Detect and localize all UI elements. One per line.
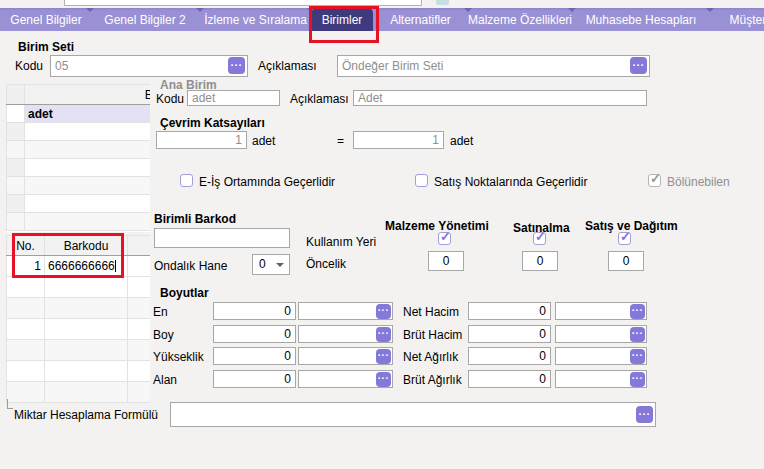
barcode-empty-row[interactable]: [7, 298, 151, 319]
brut-hacim-unit-lookup-button[interactable]: [630, 327, 645, 342]
barcode-panel: No. Barkodu 1 6666666666: [6, 235, 150, 403]
yukseklik-label: Yükseklik: [153, 350, 204, 364]
brut-agirlik-value-input[interactable]: [468, 370, 551, 388]
unit-list-empty-row[interactable]: [7, 159, 151, 177]
oncelik-satis-input[interactable]: [608, 251, 644, 271]
eis-checkbox[interactable]: [180, 174, 193, 187]
barcode-extra-header: [128, 236, 151, 256]
cevrim-right-input[interactable]: [353, 131, 444, 149]
unit-list-table: Birim adet: [6, 84, 150, 231]
oncelik-malzeme-input[interactable]: [428, 251, 464, 271]
alan-unit-lookup-button[interactable]: [376, 372, 391, 387]
text-caret: [115, 260, 116, 272]
cevrim-right-unit-label: adet: [450, 134, 473, 148]
birim-seti-kodu-label: Kodu: [15, 59, 43, 73]
barcode-barkodu-header: Barkodu: [45, 236, 128, 256]
unit-list-empty-row[interactable]: [7, 213, 151, 231]
unit-list-empty-row[interactable]: [7, 123, 151, 141]
en-label: En: [153, 305, 168, 319]
barcode-row-1-no[interactable]: 1: [7, 256, 45, 277]
unit-list-empty-row[interactable]: [7, 195, 151, 213]
birim-seti-kodu-lookup-button[interactable]: [228, 57, 245, 74]
satis-noktalari-label: Satış Noktalarında Geçerlidir: [434, 175, 587, 189]
tab-bar: Genel Bilgiler Genel Bilgiler 2 İzleme v…: [0, 8, 764, 31]
barcode-empty-row[interactable]: [7, 340, 151, 361]
barcode-row-1-value[interactable]: 6666666666: [45, 256, 128, 277]
miktar-formulu-input[interactable]: [170, 402, 656, 427]
brut-agirlik-label: Brüt Ağırlık: [403, 373, 462, 387]
unit-list-cell-adet[interactable]: adet: [25, 105, 150, 123]
kullanim-yeri-label: Kullanım Yeri: [306, 235, 376, 249]
tab-musteriler[interactable]: Müşteriler/: [710, 8, 764, 31]
col-malzeme-yonetimi-header: Malzeme Yönetimi: [385, 219, 489, 233]
cevrim-katsayilari-title: Çevrim Katsayıları: [160, 116, 265, 130]
yukseklik-unit-lookup-button[interactable]: [376, 349, 391, 364]
partial-top-input[interactable]: [64, 0, 422, 6]
net-agirlik-label: Net Ağırlık: [403, 350, 458, 364]
alan-label: Alan: [153, 373, 177, 387]
tab-izleme-ve-siralama[interactable]: İzleme ve Sıralama: [200, 8, 311, 31]
birimli-barkod-input[interactable]: [154, 228, 290, 248]
birim-seti-title: Birim Seti: [18, 40, 74, 54]
net-hacim-unit-lookup-button[interactable]: [630, 304, 645, 319]
barcode-empty-row[interactable]: [7, 277, 151, 298]
satis-noktalari-checkbox[interactable]: [415, 174, 428, 187]
birim-seti-aciklama-label: Açıklaması: [258, 59, 317, 73]
barcode-row-1[interactable]: 1 6666666666: [7, 256, 151, 277]
en-unit-lookup-button[interactable]: [376, 304, 391, 319]
oncelik-satinalma-input[interactable]: [522, 251, 558, 271]
partial-top-icon: [436, 0, 449, 5]
net-agirlik-value-input[interactable]: [468, 347, 551, 365]
tab-genel-bilgiler[interactable]: Genel Bilgiler: [2, 8, 90, 31]
ana-birim-kodu-input[interactable]: [187, 90, 280, 106]
equals-sign: =: [337, 134, 344, 148]
ondalik-hane-label: Ondalık Hane: [154, 259, 227, 273]
miktar-formulu-lookup-button[interactable]: [636, 406, 653, 423]
col-satis-ve-dagitim-header: Satış ve Dağıtım: [585, 219, 678, 233]
brut-hacim-value-input[interactable]: [468, 325, 551, 343]
ana-birim-aciklama-input[interactable]: [353, 90, 647, 106]
brut-hacim-label: Brüt Hacim: [403, 328, 462, 342]
unit-list-row-adet[interactable]: adet: [7, 105, 151, 123]
kullanim-satis-checkbox[interactable]: [618, 232, 631, 245]
en-value-input[interactable]: [213, 302, 296, 320]
barcode-empty-row[interactable]: [7, 382, 151, 403]
net-agirlik-unit-lookup-button[interactable]: [630, 349, 645, 364]
oncelik-label: Öncelik: [306, 257, 346, 271]
brut-agirlik-unit-lookup-button[interactable]: [630, 372, 645, 387]
groupbox-corner: [7, 399, 13, 409]
birim-seti-kodu-input[interactable]: [50, 55, 248, 77]
tab-birimler[interactable]: Birimler: [311, 8, 373, 31]
unit-list-panel: Birim adet: [6, 84, 150, 232]
boy-unit-lookup-button[interactable]: [376, 327, 391, 342]
net-hacim-value-input[interactable]: [468, 302, 551, 320]
barcode-empty-row[interactable]: [7, 319, 151, 340]
kullanim-satinalma-checkbox[interactable]: [533, 232, 546, 245]
cevrim-left-input[interactable]: [156, 131, 247, 149]
net-hacim-label: Net Hacim: [403, 305, 459, 319]
ondalik-hane-dropdown[interactable]: 0: [252, 254, 290, 275]
kullanim-malzeme-checkbox[interactable]: [438, 232, 451, 245]
miktar-formulu-label: Miktar Hesaplama Formülü: [14, 408, 158, 422]
tab-alternatifler[interactable]: Alternatifler: [373, 8, 468, 31]
boy-value-input[interactable]: [213, 325, 296, 343]
tab-genel-bilgiler-2[interactable]: Genel Bilgiler 2: [90, 8, 200, 31]
birim-seti-aciklama-input[interactable]: [337, 55, 650, 77]
birim-seti-aciklama-lookup-button[interactable]: [630, 57, 647, 74]
alan-value-input[interactable]: [213, 370, 296, 388]
unit-list-empty-row[interactable]: [7, 141, 151, 159]
ana-birim-aciklama-label: Açıklaması: [290, 92, 349, 106]
unit-list-birim-header: Birim: [25, 85, 150, 105]
barcode-table: No. Barkodu 1 6666666666: [6, 235, 150, 403]
yukseklik-value-input[interactable]: [213, 347, 296, 365]
birimli-barkod-title: Birimli Barkod: [154, 212, 236, 226]
cevrim-left-unit-label: adet: [252, 134, 275, 148]
boyutlar-title: Boyutlar: [160, 286, 209, 300]
barcode-empty-row[interactable]: [7, 361, 151, 382]
bolunebilen-label: Bölünebilen: [667, 175, 730, 189]
unit-list-empty-row[interactable]: [7, 177, 151, 195]
tab-malzeme-ozellikleri[interactable]: Malzeme Özellikleri: [468, 8, 572, 31]
eis-label: E-İş Ortamında Geçerlidir: [199, 175, 335, 189]
bolunebilen-checkbox: [648, 174, 661, 187]
tab-muhasebe-hesaplari[interactable]: Muhasebe Hesapları: [572, 8, 710, 31]
